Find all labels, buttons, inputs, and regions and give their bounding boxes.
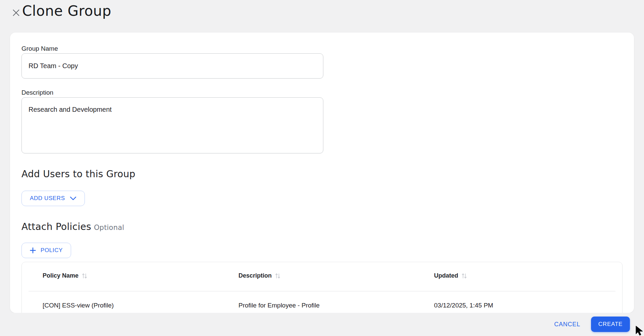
add-users-button[interactable]: ADD USERS bbox=[21, 191, 85, 206]
group-name-label: Group Name bbox=[21, 45, 58, 52]
sort-arrows-icon bbox=[275, 273, 280, 279]
add-users-heading: Add Users to this Group bbox=[21, 169, 136, 180]
add-users-button-label: ADD USERS bbox=[30, 195, 65, 202]
column-header-policy-name[interactable]: Policy Name bbox=[43, 272, 87, 279]
footer-action-bar: CANCEL CREATE bbox=[0, 313, 644, 336]
policies-table: Policy Name Description bbox=[21, 262, 623, 313]
add-policy-button[interactable]: POLICY bbox=[21, 243, 71, 258]
plus-icon bbox=[30, 247, 36, 253]
clone-group-form-card: Group Name Description Research and Deve… bbox=[10, 33, 634, 313]
cell-policy-name: [CON] ESS-view (Profile) bbox=[43, 302, 114, 309]
table-row[interactable]: [CON] ESS-view (Profile) Profile for Emp… bbox=[22, 291, 622, 313]
column-header-description-label: Description bbox=[238, 272, 272, 279]
page-header: Clone Group bbox=[0, 0, 644, 33]
page-title: Clone Group bbox=[22, 3, 111, 19]
cell-updated: 03/12/2025, 1:45 PM bbox=[434, 302, 493, 309]
description-textarea[interactable]: Research and Development bbox=[21, 97, 323, 153]
description-label: Description bbox=[21, 89, 53, 96]
policies-table-header: Policy Name Description bbox=[22, 262, 622, 291]
chevron-down-icon bbox=[70, 196, 76, 200]
column-header-policy-name-label: Policy Name bbox=[43, 272, 78, 279]
optional-tag: Optional bbox=[94, 224, 124, 232]
sort-arrows-icon bbox=[462, 273, 467, 279]
cell-description: Profile for Employee - Profile bbox=[238, 302, 320, 309]
close-icon-glyph bbox=[12, 8, 20, 17]
attach-policies-heading: Attach PoliciesOptional bbox=[21, 221, 124, 232]
add-policy-button-label: POLICY bbox=[41, 247, 63, 254]
column-header-updated[interactable]: Updated bbox=[434, 272, 467, 279]
close-icon[interactable] bbox=[11, 8, 21, 18]
group-name-input[interactable] bbox=[21, 53, 323, 79]
mouse-cursor bbox=[635, 325, 644, 336]
attach-policies-heading-text: Attach Policies bbox=[21, 221, 91, 232]
create-button[interactable]: CREATE bbox=[591, 317, 630, 332]
sort-arrows-icon bbox=[82, 273, 87, 279]
column-header-updated-label: Updated bbox=[434, 272, 458, 279]
cancel-button[interactable]: CANCEL bbox=[554, 313, 580, 336]
column-header-description[interactable]: Description bbox=[238, 272, 280, 279]
